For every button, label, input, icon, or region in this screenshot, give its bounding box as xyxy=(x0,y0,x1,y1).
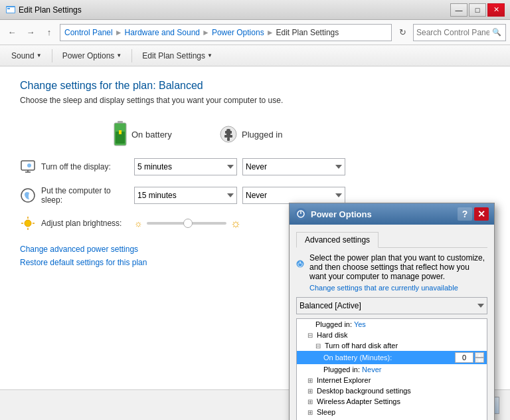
col-battery-label: On battery xyxy=(131,130,172,140)
tree-item-wireless[interactable]: ⊞ Wireless Adapter Settings xyxy=(297,396,487,407)
breadcrumb-edit-plan: Edit Plan Settings xyxy=(276,28,339,37)
spin-up-button[interactable]: ▲ xyxy=(475,352,484,358)
plug-icon xyxy=(219,125,238,144)
toolbar-edit-plan-label: Edit Plan Settings xyxy=(142,51,205,60)
content-area: Change settings for the plan: Balanced C… xyxy=(0,66,510,420)
display-setting-row: Turn off the display: 5 minutes 1 minute… xyxy=(20,158,490,175)
tree-item-pluggedin-never[interactable]: Plugged in: Never xyxy=(297,364,487,375)
tree-item-label: Desktop background settings xyxy=(317,387,411,395)
search-box: 🔍 xyxy=(413,24,506,41)
sleep-battery-select[interactable]: 15 minutes 1 minute 2 minutes 5 minutes … xyxy=(134,187,237,204)
breadcrumb: Control Panel ► Hardware and Sound ► Pow… xyxy=(60,24,392,41)
tree-item-label: Sleep xyxy=(317,408,335,416)
brightness-label: Adjust plan brightness: xyxy=(41,219,134,228)
sleep-setting-row: Put the computer to sleep: 15 minutes 1 … xyxy=(20,186,490,205)
forward-button[interactable]: → xyxy=(23,25,39,41)
toolbar-separator xyxy=(52,49,52,62)
tab-advanced-settings[interactable]: Advanced settings xyxy=(296,232,379,248)
svg-rect-11 xyxy=(225,131,226,134)
tree-list: Plugged in: Yes ⊟ Hard disk ⊟ Turn off h… xyxy=(296,318,487,420)
dialog-desc-text: Select the power plan that you want to c… xyxy=(309,253,485,281)
display-label: Turn off the display: xyxy=(41,162,134,171)
brightness-low-icon: ☼ xyxy=(134,218,143,229)
dialog-help-button[interactable]: ? xyxy=(458,207,472,221)
back-button[interactable]: ← xyxy=(4,25,20,41)
up-button[interactable]: ↑ xyxy=(41,25,57,41)
toolbar-power-dropdown-icon: ▼ xyxy=(116,52,122,58)
tree-item-label: Hard disk xyxy=(317,331,347,339)
tree-item-label: Plugged in: Yes xyxy=(315,320,366,328)
expand-icon-3: ⊞ xyxy=(307,398,314,405)
display-icon xyxy=(20,159,36,175)
column-headers: On battery Plugged in xyxy=(113,121,490,148)
refresh-button[interactable]: ↻ xyxy=(394,25,410,41)
dialog-close-button[interactable]: ✕ xyxy=(474,207,489,221)
maximize-button[interactable]: □ xyxy=(469,3,486,17)
brightness-slider-track xyxy=(147,222,226,225)
svg-point-16 xyxy=(27,163,31,167)
spin-down-button[interactable]: ▼ xyxy=(475,358,484,363)
toolbar-dropdown-icon: ▼ xyxy=(37,52,42,58)
sleep-icon xyxy=(20,187,36,203)
expand-icon-4: ⊞ xyxy=(307,409,314,416)
toolbar-edit-plan[interactable]: Edit Plan Settings ▼ xyxy=(136,47,218,64)
display-plugged-select[interactable]: Never 5 minutes 10 minutes 15 minutes 20… xyxy=(242,158,345,175)
dialog-unavailable-link[interactable]: Change settings that are currently unava… xyxy=(309,284,487,292)
tree-item-desktop-bg[interactable]: ⊞ Desktop background settings xyxy=(297,385,487,396)
tree-item-turn-off-hdd[interactable]: ⊟ Turn off hard disk after xyxy=(297,340,487,351)
breadcrumb-power-options[interactable]: Power Options xyxy=(212,28,264,37)
svg-rect-12 xyxy=(230,131,232,134)
spin-input[interactable] xyxy=(455,352,473,363)
spin-control: ▲ ▼ xyxy=(455,352,484,363)
svg-rect-10 xyxy=(227,138,230,141)
toolbar: Sound ▼ Power Options ▼ Edit Plan Settin… xyxy=(0,45,510,66)
minimize-button[interactable]: — xyxy=(450,3,468,17)
toolbar-sound-label: Sound xyxy=(11,51,35,60)
search-input[interactable] xyxy=(416,28,489,37)
dialog-tabs: Advanced settings xyxy=(296,231,487,248)
tree-item-pluggedin-yes[interactable]: Plugged in: Yes xyxy=(297,319,487,330)
toolbar-edit-dropdown-icon: ▼ xyxy=(207,52,212,58)
svg-rect-2 xyxy=(7,8,10,9)
tree-item-hard-disk[interactable]: ⊟ Hard disk xyxy=(297,330,487,340)
dialog-plan-dropdown[interactable]: Balanced [Active] Power saver High perfo… xyxy=(296,297,487,314)
toolbar-power-options[interactable]: Power Options ▼ xyxy=(56,47,128,64)
dialog-title-icon xyxy=(295,208,307,220)
breadcrumb-hardware-sound[interactable]: Hardware and Sound xyxy=(125,28,200,37)
col-plugged-label: Plugged in xyxy=(242,130,282,140)
col-header-plugged: Plugged in xyxy=(219,121,325,148)
title-bar: Edit Plan Settings — □ ✕ xyxy=(0,0,510,20)
tree-item-label: Plugged in: Never xyxy=(323,366,381,373)
expand-icon: ⊞ xyxy=(307,377,314,384)
sleep-plugged-select[interactable]: Never 15 minutes 30 minutes 1 hour 2 hou… xyxy=(242,187,345,204)
window-icon xyxy=(5,5,16,15)
tree-item-usb[interactable]: ⊞ USB settings xyxy=(297,417,487,420)
tree-item-label: Turn off hard disk after xyxy=(325,342,398,350)
battery-icon xyxy=(113,121,128,148)
tree-item-ie[interactable]: ⊞ Internet Explorer xyxy=(297,375,487,385)
collapse-icon-2: ⊟ xyxy=(315,342,322,350)
tree-item-sleep[interactable]: ⊞ Sleep xyxy=(297,407,487,417)
window-title: Edit Plan Settings xyxy=(19,5,82,15)
dialog-body: Advanced settings Select the power plan … xyxy=(290,225,494,420)
display-battery-select[interactable]: 5 minutes 1 minute 2 minutes 3 minutes 1… xyxy=(134,158,237,175)
expand-icon-2: ⊞ xyxy=(307,387,314,395)
dialog-titlebar: Power Options ? ✕ xyxy=(290,203,494,225)
svg-rect-9 xyxy=(224,135,232,138)
close-button[interactable]: ✕ xyxy=(487,3,505,17)
power-options-dialog: Power Options ? ✕ Advanced settings xyxy=(289,203,495,420)
dialog-title-text: Power Options xyxy=(311,209,456,219)
dialog-power-icon xyxy=(296,253,304,274)
tree-item-on-battery-minutes[interactable]: On battery (Minutes): ▲ ▼ xyxy=(297,351,487,364)
breadcrumb-control-panel[interactable]: Control Panel xyxy=(64,28,113,37)
power-icon xyxy=(296,209,305,219)
toolbar-separator-2 xyxy=(131,49,132,62)
titlebar-controls: — □ ✕ xyxy=(450,3,505,17)
toolbar-power-label: Power Options xyxy=(62,51,115,60)
toolbar-sound[interactable]: Sound ▼ xyxy=(5,47,48,64)
page-title: Change settings for the plan: Balanced xyxy=(20,80,490,92)
tree-selected-label: On battery (Minutes): xyxy=(323,354,452,362)
main-window: Edit Plan Settings — □ ✕ ← → ↑ Control P… xyxy=(0,0,510,420)
page-subtitle: Choose the sleep and display settings th… xyxy=(20,96,490,105)
address-bar: ← → ↑ Control Panel ► Hardware and Sound… xyxy=(0,20,510,45)
